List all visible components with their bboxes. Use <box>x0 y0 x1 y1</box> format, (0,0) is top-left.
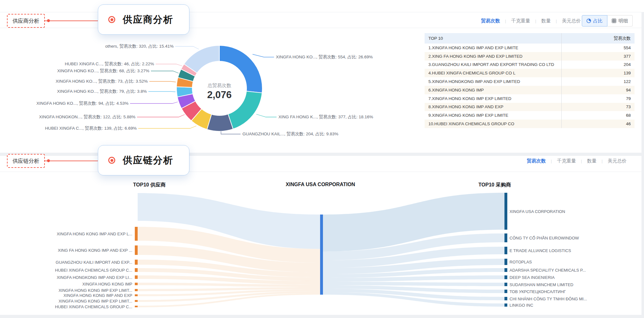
pie-slice-label: XINGFA HONG KO..., 贸易次数: 79, 占比: 3.8% <box>57 89 147 94</box>
table-row: 1.XINGFA HONG KONG IMP AND EXP LIMITE554 <box>425 44 635 52</box>
table-row: 2.XING FA HONG KONG IMP AND EXP LIMITED3… <box>425 52 635 61</box>
supplier-callout-title: 供应商分析 <box>123 13 173 26</box>
supplier-header-divider <box>0 28 644 28</box>
pie-slice[interactable] <box>178 69 195 81</box>
sankey-flow-left <box>138 291 320 302</box>
table-icon <box>612 19 616 23</box>
pie-slice[interactable] <box>181 64 197 76</box>
table-row: 4.HUBEI XINGFA CHEMICALS GROUP CO L139 <box>425 69 635 77</box>
table-header-name: TOP 10 <box>428 36 443 41</box>
sankey-node-left[interactable] <box>135 289 138 291</box>
bottom-gap-band <box>0 315 644 318</box>
sankey-column-header-center: XINGFA USA CORPORATION <box>257 182 384 187</box>
target-icon <box>108 16 115 23</box>
sankey-node-right[interactable] <box>504 233 507 242</box>
pie-slice-label: HUBEI XINGFA C..., 贸易次数: 139, 占比: 6.69% <box>45 126 137 131</box>
sankey-column-header-suppliers: TOP10 供应商 <box>86 182 212 188</box>
table-cell-value: 79 <box>626 96 631 101</box>
supplier-metric-tab-3[interactable]: 数量 <box>541 18 551 24</box>
sankey-node-right[interactable] <box>504 193 507 230</box>
supplier-metric-tab-4[interactable]: 美元总价 <box>562 18 581 24</box>
table-header-value: 贸易次数 <box>614 36 631 41</box>
chain-header-divider <box>0 172 644 172</box>
supplier-metric-tab-1[interactable]: 贸易次数 <box>481 18 500 24</box>
table-cell-name: 6.XINGFA HONG KONG IMP <box>428 88 484 92</box>
sankey-flow-right <box>323 233 504 260</box>
pie-label-connector <box>256 114 277 117</box>
pie-label-connector <box>156 64 182 66</box>
pie-slice-label: XINGFA HONG KO..., 贸易次数: 73, 占比: 3.52% <box>56 79 148 84</box>
supplier-metric-tab-2[interactable]: 千克重量 <box>511 18 530 24</box>
sankey-node-left[interactable] <box>135 260 138 265</box>
sankey-flow-right <box>323 292 504 307</box>
supplier-view-toggle: 占比明细 <box>582 15 633 26</box>
donut-center-value: 2,076 <box>172 89 267 101</box>
chain-metric-tab-2[interactable]: 千克重量 <box>557 158 576 164</box>
sankey-node-left[interactable] <box>135 283 138 285</box>
sankey-node-left[interactable] <box>135 245 138 255</box>
table-cell-value: 94 <box>626 88 631 92</box>
chain-metric-tab-1[interactable]: 贸易次数 <box>527 158 546 164</box>
donut-center-label: 总贸易次数 <box>172 83 267 89</box>
pie-slice-label: HUBEI XINGFA C..., 贸易次数: 46, 占比: 2.22% <box>65 61 154 67</box>
sankey-right-node-label: DEEP SEA INGENIERIA <box>510 275 555 280</box>
sankey-right-node-label: XINGFA USA CORPORATION <box>510 209 565 214</box>
chain-section-tag: 供应链分析 <box>7 154 45 168</box>
chain-callout: 供应链分析 <box>98 145 189 175</box>
sankey-left-node-label: XINGFA HONGKONG IMP AND EXP LI... <box>57 275 132 280</box>
table-cell-name: 2.XING FA HONG KONG IMP AND EXP LIMITED <box>428 54 522 59</box>
supplier-callout: 供应商分析 <box>98 4 189 35</box>
chain-callout-title: 供应链分析 <box>123 154 173 167</box>
sankey-node-left[interactable] <box>135 227 138 241</box>
pie-slice[interactable] <box>191 109 212 129</box>
sankey-left-node-label: HUBEI XINGFA CHEMICALS GROUP C... <box>55 304 132 309</box>
sankey-node-right[interactable] <box>504 247 507 254</box>
sankey-left-node-label: GUANGZHOU KAILI IMPORT AND EXP... <box>56 260 132 265</box>
annotation-connector-dot <box>47 159 50 162</box>
sankey-node-right[interactable] <box>504 297 507 300</box>
pie-label-connector <box>221 131 241 134</box>
sankey-node-left[interactable] <box>135 306 138 307</box>
pie-label-connector <box>148 91 176 92</box>
sankey-right-node-label: SUDARSHAN MINCHEM LIMITED <box>510 282 573 287</box>
tab-separator: | <box>556 19 557 23</box>
table-cell-value: 139 <box>623 71 631 75</box>
sankey-left-node-label: XING FA HONG KONG IMP AND EXP ... <box>58 248 132 253</box>
sankey-node-right[interactable] <box>504 290 507 293</box>
sankey-flow-left <box>138 227 320 263</box>
pie-slice[interactable] <box>207 114 233 131</box>
chain-metric-tab-3[interactable]: 数量 <box>587 158 597 164</box>
right-edge-strip <box>641 12 644 318</box>
table-cell-value: 122 <box>623 79 631 84</box>
sankey-node-left[interactable] <box>135 275 138 279</box>
pie-label-connector <box>137 115 185 117</box>
view-toggle-label: 占比 <box>593 18 603 24</box>
table-row: 5.XINGFA HONGKONG IMP AND EXP LIMITED122 <box>425 77 635 86</box>
sankey-node-right[interactable] <box>504 303 507 307</box>
sankey-node-right[interactable] <box>504 283 507 286</box>
sankey-flow-right <box>323 259 504 274</box>
sankey-left-node-label: XINGFA HONG KONG IMP <box>82 282 132 286</box>
sankey-flow-right <box>323 247 504 268</box>
table-cell-name: 10.HUBEI XINGFA CHEMICALS GROUP CO <box>428 121 514 126</box>
sankey-left-node-label: XINGFA HONG KONG IMP AND EXP L... <box>57 232 132 236</box>
view-toggle-share[interactable]: 占比 <box>582 15 607 26</box>
sankey-node-right[interactable] <box>504 275 507 279</box>
sankey-node-left[interactable] <box>135 294 138 296</box>
table-cell-value: 46 <box>626 121 631 126</box>
pie-slice[interactable] <box>182 101 202 121</box>
sankey-right-node-label: CÔNG TY CỔ PHẦN EUROWINDOW <box>510 236 579 240</box>
pie-slice[interactable] <box>184 45 219 73</box>
sankey-node-center[interactable] <box>320 215 323 295</box>
view-toggle-detail[interactable]: 明细 <box>607 15 633 26</box>
pie-label-connector <box>149 81 176 82</box>
table-row: 9.XINGFA HONG KONG IMP EXP LIMITE68 <box>425 111 635 120</box>
supplier-panel-top-border <box>0 12 644 12</box>
sankey-node-left[interactable] <box>135 268 138 272</box>
sankey-node-left[interactable] <box>135 300 138 302</box>
tab-separator: | <box>581 159 582 163</box>
chain-metric-tab-4[interactable]: 美元总价 <box>608 158 627 164</box>
sankey-node-right[interactable] <box>504 259 507 265</box>
pie-slice-label: XING FA HONG K..., 贸易次数: 377, 占比: 18.16% <box>278 114 373 120</box>
sankey-node-right[interactable] <box>504 268 507 272</box>
